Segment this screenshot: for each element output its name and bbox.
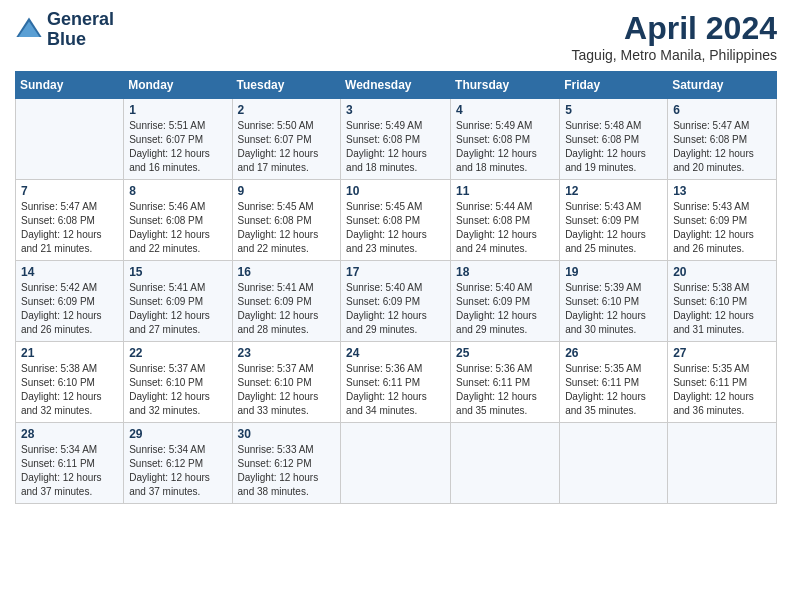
calendar-cell: 19Sunrise: 5:39 AMSunset: 6:10 PMDayligh… [560, 261, 668, 342]
day-number: 29 [129, 427, 226, 441]
calendar-cell: 29Sunrise: 5:34 AMSunset: 6:12 PMDayligh… [124, 423, 232, 504]
weekday-header: Tuesday [232, 72, 341, 99]
calendar-cell: 11Sunrise: 5:44 AMSunset: 6:08 PMDayligh… [451, 180, 560, 261]
day-info: Sunrise: 5:40 AMSunset: 6:09 PMDaylight:… [346, 281, 445, 337]
day-info: Sunrise: 5:49 AMSunset: 6:08 PMDaylight:… [456, 119, 554, 175]
calendar-cell [16, 99, 124, 180]
calendar-cell [451, 423, 560, 504]
calendar-cell: 12Sunrise: 5:43 AMSunset: 6:09 PMDayligh… [560, 180, 668, 261]
weekday-header: Saturday [668, 72, 777, 99]
day-info: Sunrise: 5:41 AMSunset: 6:09 PMDaylight:… [129, 281, 226, 337]
day-number: 8 [129, 184, 226, 198]
day-info: Sunrise: 5:48 AMSunset: 6:08 PMDaylight:… [565, 119, 662, 175]
day-number: 14 [21, 265, 118, 279]
calendar-cell: 3Sunrise: 5:49 AMSunset: 6:08 PMDaylight… [341, 99, 451, 180]
calendar-cell: 15Sunrise: 5:41 AMSunset: 6:09 PMDayligh… [124, 261, 232, 342]
day-number: 18 [456, 265, 554, 279]
day-info: Sunrise: 5:43 AMSunset: 6:09 PMDaylight:… [565, 200, 662, 256]
day-number: 2 [238, 103, 336, 117]
logo: General Blue [15, 10, 114, 50]
calendar-week-row: 1Sunrise: 5:51 AMSunset: 6:07 PMDaylight… [16, 99, 777, 180]
calendar-week-row: 21Sunrise: 5:38 AMSunset: 6:10 PMDayligh… [16, 342, 777, 423]
day-info: Sunrise: 5:45 AMSunset: 6:08 PMDaylight:… [346, 200, 445, 256]
day-info: Sunrise: 5:43 AMSunset: 6:09 PMDaylight:… [673, 200, 771, 256]
day-number: 11 [456, 184, 554, 198]
calendar-cell: 21Sunrise: 5:38 AMSunset: 6:10 PMDayligh… [16, 342, 124, 423]
day-number: 26 [565, 346, 662, 360]
day-info: Sunrise: 5:40 AMSunset: 6:09 PMDaylight:… [456, 281, 554, 337]
calendar-cell: 6Sunrise: 5:47 AMSunset: 6:08 PMDaylight… [668, 99, 777, 180]
calendar-cell: 1Sunrise: 5:51 AMSunset: 6:07 PMDaylight… [124, 99, 232, 180]
day-info: Sunrise: 5:35 AMSunset: 6:11 PMDaylight:… [673, 362, 771, 418]
calendar-cell [668, 423, 777, 504]
calendar-cell: 26Sunrise: 5:35 AMSunset: 6:11 PMDayligh… [560, 342, 668, 423]
page-header: General Blue April 2024 Taguig, Metro Ma… [15, 10, 777, 63]
calendar-week-row: 7Sunrise: 5:47 AMSunset: 6:08 PMDaylight… [16, 180, 777, 261]
calendar-cell: 18Sunrise: 5:40 AMSunset: 6:09 PMDayligh… [451, 261, 560, 342]
title-block: April 2024 Taguig, Metro Manila, Philipp… [572, 10, 777, 63]
day-info: Sunrise: 5:35 AMSunset: 6:11 PMDaylight:… [565, 362, 662, 418]
day-number: 21 [21, 346, 118, 360]
day-number: 25 [456, 346, 554, 360]
calendar-cell: 24Sunrise: 5:36 AMSunset: 6:11 PMDayligh… [341, 342, 451, 423]
day-number: 13 [673, 184, 771, 198]
day-info: Sunrise: 5:37 AMSunset: 6:10 PMDaylight:… [129, 362, 226, 418]
calendar-week-row: 14Sunrise: 5:42 AMSunset: 6:09 PMDayligh… [16, 261, 777, 342]
calendar-cell: 13Sunrise: 5:43 AMSunset: 6:09 PMDayligh… [668, 180, 777, 261]
day-info: Sunrise: 5:37 AMSunset: 6:10 PMDaylight:… [238, 362, 336, 418]
day-info: Sunrise: 5:34 AMSunset: 6:12 PMDaylight:… [129, 443, 226, 499]
calendar-cell: 16Sunrise: 5:41 AMSunset: 6:09 PMDayligh… [232, 261, 341, 342]
calendar-cell: 20Sunrise: 5:38 AMSunset: 6:10 PMDayligh… [668, 261, 777, 342]
day-number: 6 [673, 103, 771, 117]
calendar-cell: 17Sunrise: 5:40 AMSunset: 6:09 PMDayligh… [341, 261, 451, 342]
day-number: 30 [238, 427, 336, 441]
day-info: Sunrise: 5:39 AMSunset: 6:10 PMDaylight:… [565, 281, 662, 337]
day-number: 15 [129, 265, 226, 279]
calendar-table: SundayMondayTuesdayWednesdayThursdayFrid… [15, 71, 777, 504]
weekday-header: Sunday [16, 72, 124, 99]
day-number: 22 [129, 346, 226, 360]
day-info: Sunrise: 5:36 AMSunset: 6:11 PMDaylight:… [346, 362, 445, 418]
calendar-cell: 8Sunrise: 5:46 AMSunset: 6:08 PMDaylight… [124, 180, 232, 261]
calendar-cell: 9Sunrise: 5:45 AMSunset: 6:08 PMDaylight… [232, 180, 341, 261]
logo-text: General Blue [47, 10, 114, 50]
day-number: 20 [673, 265, 771, 279]
weekday-header: Friday [560, 72, 668, 99]
calendar-cell: 2Sunrise: 5:50 AMSunset: 6:07 PMDaylight… [232, 99, 341, 180]
location: Taguig, Metro Manila, Philippines [572, 47, 777, 63]
day-number: 12 [565, 184, 662, 198]
calendar-cell: 27Sunrise: 5:35 AMSunset: 6:11 PMDayligh… [668, 342, 777, 423]
weekday-header: Wednesday [341, 72, 451, 99]
day-info: Sunrise: 5:46 AMSunset: 6:08 PMDaylight:… [129, 200, 226, 256]
calendar-cell [560, 423, 668, 504]
calendar-cell: 22Sunrise: 5:37 AMSunset: 6:10 PMDayligh… [124, 342, 232, 423]
day-number: 1 [129, 103, 226, 117]
logo-icon [15, 16, 43, 44]
calendar-cell: 4Sunrise: 5:49 AMSunset: 6:08 PMDaylight… [451, 99, 560, 180]
day-info: Sunrise: 5:51 AMSunset: 6:07 PMDaylight:… [129, 119, 226, 175]
day-info: Sunrise: 5:45 AMSunset: 6:08 PMDaylight:… [238, 200, 336, 256]
calendar-cell: 10Sunrise: 5:45 AMSunset: 6:08 PMDayligh… [341, 180, 451, 261]
day-info: Sunrise: 5:47 AMSunset: 6:08 PMDaylight:… [673, 119, 771, 175]
day-number: 19 [565, 265, 662, 279]
calendar-cell: 28Sunrise: 5:34 AMSunset: 6:11 PMDayligh… [16, 423, 124, 504]
day-number: 17 [346, 265, 445, 279]
calendar-cell: 7Sunrise: 5:47 AMSunset: 6:08 PMDaylight… [16, 180, 124, 261]
calendar-cell: 25Sunrise: 5:36 AMSunset: 6:11 PMDayligh… [451, 342, 560, 423]
day-number: 16 [238, 265, 336, 279]
calendar-cell: 23Sunrise: 5:37 AMSunset: 6:10 PMDayligh… [232, 342, 341, 423]
day-number: 23 [238, 346, 336, 360]
day-info: Sunrise: 5:50 AMSunset: 6:07 PMDaylight:… [238, 119, 336, 175]
day-number: 4 [456, 103, 554, 117]
day-info: Sunrise: 5:42 AMSunset: 6:09 PMDaylight:… [21, 281, 118, 337]
day-number: 3 [346, 103, 445, 117]
day-number: 10 [346, 184, 445, 198]
day-info: Sunrise: 5:36 AMSunset: 6:11 PMDaylight:… [456, 362, 554, 418]
day-info: Sunrise: 5:38 AMSunset: 6:10 PMDaylight:… [21, 362, 118, 418]
weekday-header: Monday [124, 72, 232, 99]
calendar-week-row: 28Sunrise: 5:34 AMSunset: 6:11 PMDayligh… [16, 423, 777, 504]
month-title: April 2024 [572, 10, 777, 47]
day-info: Sunrise: 5:41 AMSunset: 6:09 PMDaylight:… [238, 281, 336, 337]
day-number: 5 [565, 103, 662, 117]
day-info: Sunrise: 5:47 AMSunset: 6:08 PMDaylight:… [21, 200, 118, 256]
